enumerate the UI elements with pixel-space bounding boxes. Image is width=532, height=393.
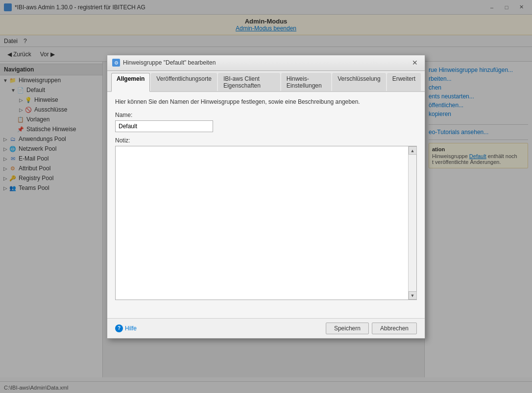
name-input[interactable] [115, 120, 213, 132]
save-button[interactable]: Speichern [326, 323, 369, 334]
note-textarea[interactable] [116, 146, 416, 298]
tab-veroeffentlichungsorte[interactable]: Veröffentlichungsorte [151, 73, 217, 91]
footer-buttons: Speichern Abbrechen [326, 323, 417, 334]
scrollbar-down-arrow[interactable]: ▼ [409, 291, 417, 300]
tab-allgemein[interactable]: Allgemein [111, 73, 150, 92]
note-textarea-container: ▲ ▼ [115, 146, 417, 300]
dialog-tabs: Allgemein Veröffentlichungsorte IBI-aws … [107, 71, 425, 92]
dialog-icon: ⚙ [112, 59, 120, 67]
dialog-title-left: ⚙ Hinweisgruppe "Default" bearbeiten [112, 59, 216, 67]
scrollbar-up-arrow[interactable]: ▲ [409, 146, 417, 155]
help-icon: ? [115, 324, 123, 332]
tab-verschluesselung[interactable]: Verschlüsselung [332, 73, 386, 91]
help-button[interactable]: ? Hilfe [115, 324, 137, 332]
textarea-scrollbar: ▲ ▼ [408, 146, 416, 300]
note-label: Notiz: [115, 137, 417, 144]
name-label: Name: [115, 112, 417, 118]
dialog-footer: ? Hilfe Speichern Abbrechen [107, 318, 425, 338]
dialog-close-button[interactable]: ✕ [410, 58, 420, 68]
tab-erweitert[interactable]: Erweitert [387, 73, 421, 91]
dialog-titlebar: ⚙ Hinweisgruppe "Default" bearbeiten ✕ [107, 55, 425, 71]
modal-overlay: ⚙ Hinweisgruppe "Default" bearbeiten ✕ A… [0, 0, 532, 393]
tab-hinweis-einstellungen[interactable]: Hinweis-Einstellungen [281, 73, 332, 91]
cancel-button[interactable]: Abbrechen [372, 323, 417, 334]
tab-ibi-aws-client[interactable]: IBI-aws Client Eigenschaften [218, 73, 280, 91]
dialog-description: Hier können Sie den Namen der Hinweisgru… [115, 98, 417, 106]
dialog-body: Hier können Sie den Namen der Hinweisgru… [107, 92, 425, 318]
dialog-title-text: Hinweisgruppe "Default" bearbeiten [123, 59, 216, 66]
help-label: Hilfe [125, 325, 137, 332]
dialog-hinweisgruppe: ⚙ Hinweisgruppe "Default" bearbeiten ✕ A… [107, 55, 425, 339]
